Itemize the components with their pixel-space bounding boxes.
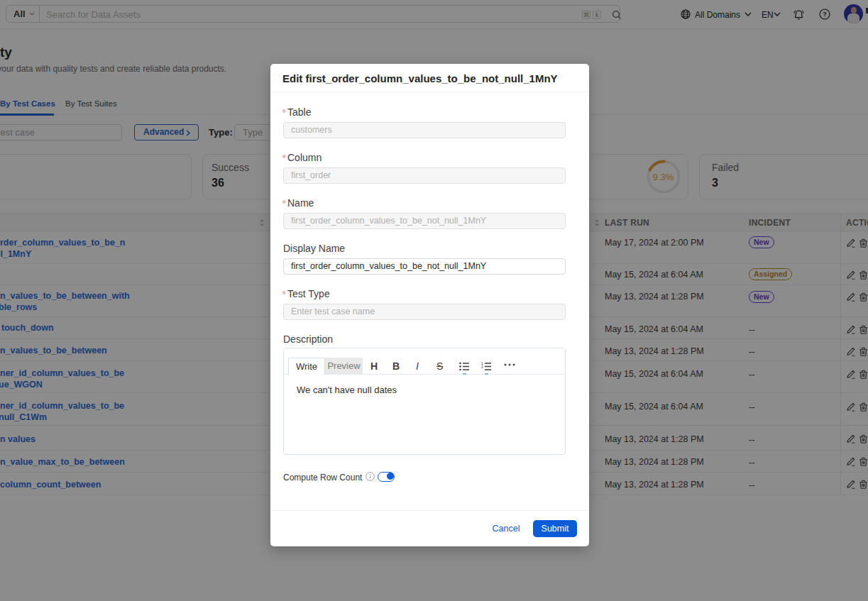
svg-text:2: 2 — [481, 365, 483, 369]
